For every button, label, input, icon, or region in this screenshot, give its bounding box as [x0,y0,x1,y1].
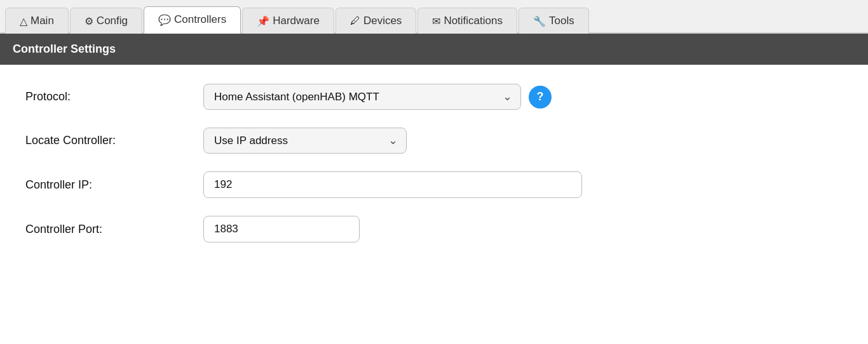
protocol-control-wrap: Home Assistant (openHAB) MQTT Standard M… [203,84,552,110]
protocol-row: Protocol: Home Assistant (openHAB) MQTT … [25,84,843,110]
main-icon: △ [20,15,27,27]
protocol-select[interactable]: Home Assistant (openHAB) MQTT Standard M… [203,84,521,110]
locate-control-wrap: Use IP address Use hostname Auto-discove… [203,128,407,154]
tab-hardware-label: Hardware [273,15,320,27]
locate-controller-row: Locate Controller: Use IP address Use ho… [25,128,843,154]
section-header: Controller Settings [0,34,868,65]
hardware-icon: 📌 [257,15,269,27]
locate-select-wrapper: Use IP address Use hostname Auto-discove… [203,128,407,154]
tab-config-label: Config [97,15,128,27]
tab-controllers-label: Controllers [174,13,226,26]
devices-icon: 🖊 [350,15,360,27]
tab-devices-label: Devices [363,15,402,27]
tab-tools-label: Tools [549,15,574,27]
protocol-select-wrapper: Home Assistant (openHAB) MQTT Standard M… [203,84,521,110]
controller-port-input[interactable] [203,216,360,242]
tab-devices[interactable]: 🖊 Devices [336,8,416,34]
port-control-wrap [203,216,360,242]
controller-ip-input[interactable] [203,171,582,198]
locate-controller-label: Locate Controller: [25,134,203,147]
controller-port-label: Controller Port: [25,223,203,236]
tab-main-label: Main [31,15,54,27]
controllers-icon: 💬 [158,14,171,26]
protocol-label: Protocol: [25,90,203,103]
config-icon: ⚙ [85,15,93,27]
tab-controllers[interactable]: 💬 Controllers [144,6,241,34]
protocol-help-button[interactable]: ? [529,86,552,109]
tab-config[interactable]: ⚙ Config [70,8,142,34]
tools-icon: 🔧 [533,15,546,27]
controller-port-row: Controller Port: [25,216,843,242]
tab-main[interactable]: △ Main [5,8,69,34]
tab-tools[interactable]: 🔧 Tools [519,8,589,34]
tab-notifications-label: Notifications [444,15,503,27]
tab-bar: △ Main ⚙ Config 💬 Controllers 📌 Hardware… [0,0,868,34]
form-area: Protocol: Home Assistant (openHAB) MQTT … [0,65,868,279]
tab-notifications[interactable]: ✉ Notifications [417,8,517,34]
locate-select[interactable]: Use IP address Use hostname Auto-discove… [203,128,407,154]
controller-ip-row: Controller IP: [25,171,843,198]
notifications-icon: ✉ [432,15,440,27]
tab-hardware[interactable]: 📌 Hardware [242,8,334,34]
controller-ip-label: Controller IP: [25,178,203,192]
ip-control-wrap [203,171,582,198]
